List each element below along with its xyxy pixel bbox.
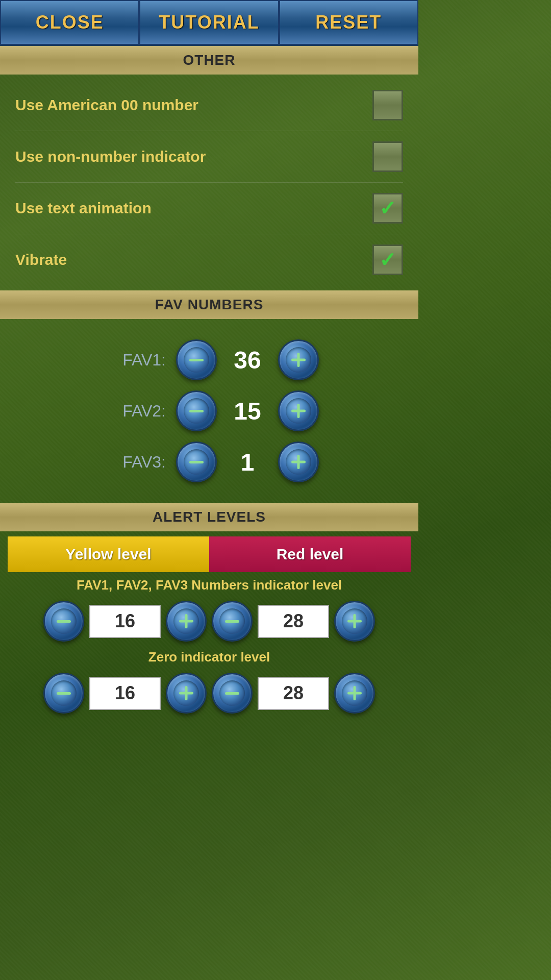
checkbox-textanimation[interactable] bbox=[372, 193, 403, 224]
top-bar: CLOSE TUTORIAL RESET bbox=[0, 0, 418, 46]
fav2-plus-button[interactable] bbox=[278, 390, 319, 431]
minus-shape bbox=[57, 620, 71, 623]
reset-button[interactable]: RESET bbox=[279, 0, 418, 45]
fav-yellow-minus-button[interactable] bbox=[43, 601, 84, 642]
fav3-row: FAV3: 1 bbox=[5, 442, 413, 482]
zero-red-minus-button[interactable] bbox=[212, 673, 253, 714]
checkbox-american00[interactable] bbox=[372, 90, 403, 120]
fav-yellow-plus-icon bbox=[173, 608, 199, 634]
minus-shape bbox=[189, 461, 204, 463]
fav1-minus-icon bbox=[184, 347, 209, 373]
fav3-minus-button[interactable] bbox=[176, 442, 217, 482]
fav2-minus-icon bbox=[184, 398, 209, 424]
zero-red-plus-icon bbox=[342, 680, 367, 706]
alert-bar: Yellow level Red level bbox=[8, 536, 411, 572]
fav-numbers-section-header: FAV NUMBERS bbox=[0, 290, 418, 319]
plus-shape bbox=[291, 455, 306, 469]
zero-yellow-minus-button[interactable] bbox=[43, 673, 84, 714]
fav-section: FAV1: 36 FAV2: 15 FAV3: bbox=[0, 319, 418, 503]
plus-shape bbox=[291, 353, 306, 367]
setting-row-textanimation: Use text animation bbox=[10, 183, 408, 234]
fav2-label: FAV2: bbox=[99, 402, 166, 421]
alert-levels-section-header: ALERT LEVELS bbox=[0, 503, 418, 531]
plus-shape bbox=[347, 614, 362, 628]
fav-alert-controls: 16 28 bbox=[8, 601, 411, 642]
zero-yellow-plus-icon bbox=[173, 680, 199, 706]
zero-red-value[interactable]: 28 bbox=[258, 677, 329, 710]
red-level-indicator: Red level bbox=[209, 536, 411, 572]
checkbox-vibrate[interactable] bbox=[372, 244, 403, 275]
fav1-label: FAV1: bbox=[99, 351, 166, 370]
fav2-value: 15 bbox=[227, 397, 268, 425]
settings-area: Use American 00 number Use non-number in… bbox=[0, 75, 418, 290]
fav-indicator-description: FAV1, FAV2, FAV3 Numbers indicator level bbox=[8, 577, 411, 593]
fav-yellow-minus-icon bbox=[51, 608, 77, 634]
plus-shape bbox=[179, 614, 193, 628]
other-section-header: OTHER bbox=[0, 46, 418, 75]
fav-yellow-plus-button[interactable] bbox=[166, 601, 207, 642]
zero-yellow-plus-button[interactable] bbox=[166, 673, 207, 714]
setting-label-nonnumber: Use non-number indicator bbox=[15, 148, 206, 165]
zero-red-plus-button[interactable] bbox=[334, 673, 375, 714]
setting-label-american00: Use American 00 number bbox=[15, 96, 198, 114]
fav-red-minus-icon bbox=[219, 608, 245, 634]
fav-red-plus-icon bbox=[342, 608, 367, 634]
fav3-minus-icon bbox=[184, 449, 209, 475]
minus-shape bbox=[225, 692, 239, 695]
setting-row-nonnumber: Use non-number indicator bbox=[10, 131, 408, 182]
setting-row-vibrate: Vibrate bbox=[10, 234, 408, 285]
fav-red-minus-button[interactable] bbox=[212, 601, 253, 642]
fav-red-plus-button[interactable] bbox=[334, 601, 375, 642]
fav1-plus-button[interactable] bbox=[278, 339, 319, 380]
zero-indicator-label: Zero indicator level bbox=[8, 649, 411, 665]
fav2-plus-icon bbox=[286, 398, 311, 424]
minus-shape bbox=[189, 410, 204, 412]
fav2-row: FAV2: 15 bbox=[5, 390, 413, 431]
zero-yellow-minus-icon bbox=[51, 680, 77, 706]
plus-shape bbox=[347, 686, 362, 700]
minus-shape bbox=[189, 359, 204, 361]
fav1-row: FAV1: 36 bbox=[5, 339, 413, 380]
checkbox-nonnumber[interactable] bbox=[372, 141, 403, 172]
alert-section: Yellow level Red level FAV1, FAV2, FAV3 … bbox=[0, 531, 418, 726]
close-button[interactable]: CLOSE bbox=[0, 0, 139, 45]
plus-shape bbox=[291, 404, 306, 418]
fav3-value: 1 bbox=[227, 448, 268, 476]
tutorial-button[interactable]: TUTORIAL bbox=[139, 0, 279, 45]
plus-shape bbox=[179, 686, 193, 700]
minus-shape bbox=[225, 620, 239, 623]
fav3-label: FAV3: bbox=[99, 453, 166, 472]
fav3-plus-icon bbox=[286, 449, 311, 475]
fav1-minus-button[interactable] bbox=[176, 339, 217, 380]
setting-row-american00: Use American 00 number bbox=[10, 80, 408, 131]
zero-alert-controls: 16 28 bbox=[8, 673, 411, 714]
fav1-value: 36 bbox=[227, 346, 268, 374]
fav1-plus-icon bbox=[286, 347, 311, 373]
zero-yellow-value[interactable]: 16 bbox=[89, 677, 161, 710]
setting-label-vibrate: Vibrate bbox=[15, 251, 67, 268]
fav2-minus-button[interactable] bbox=[176, 390, 217, 431]
fav-red-value[interactable]: 28 bbox=[258, 605, 329, 638]
yellow-level-indicator: Yellow level bbox=[8, 536, 209, 572]
fav-yellow-value[interactable]: 16 bbox=[89, 605, 161, 638]
zero-red-minus-icon bbox=[219, 680, 245, 706]
fav3-plus-button[interactable] bbox=[278, 442, 319, 482]
setting-label-textanimation: Use text animation bbox=[15, 200, 152, 217]
minus-shape bbox=[57, 692, 71, 695]
